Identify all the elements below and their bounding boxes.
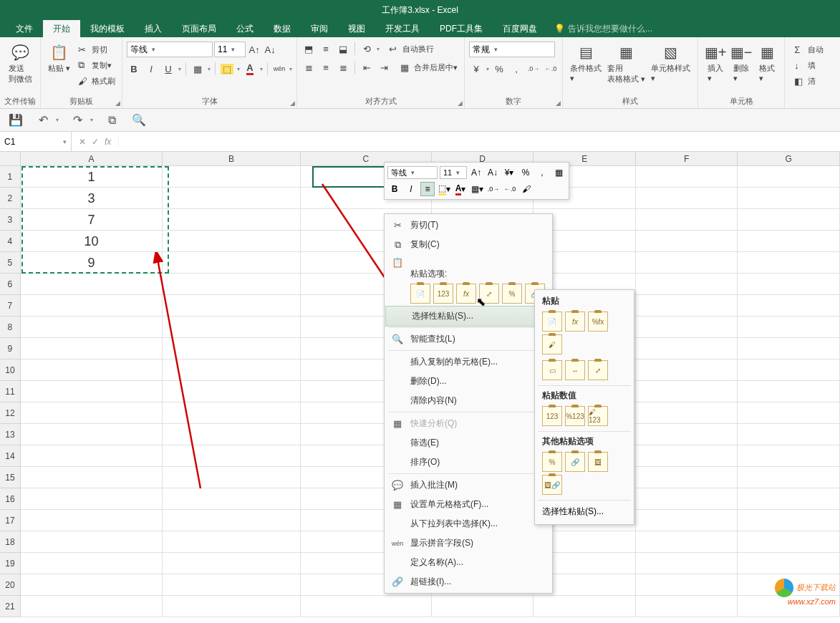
paste-button[interactable]: 📋 粘贴 ▾ bbox=[45, 42, 73, 75]
cell-G8[interactable] bbox=[738, 317, 840, 338]
cut-button[interactable]: ✂剪切 bbox=[76, 43, 117, 56]
mini-format-painter[interactable]: 🖌 bbox=[519, 182, 534, 196]
cell-A8[interactable] bbox=[21, 317, 163, 338]
mini-shrink-icon[interactable]: A↓ bbox=[486, 165, 500, 180]
ctx-smart-lookup[interactable]: 🔍智能查找(L) bbox=[385, 329, 552, 349]
confirm-icon[interactable]: ✓ bbox=[92, 137, 99, 147]
align-bottom-icon[interactable]: ⬓ bbox=[336, 42, 350, 56]
cell-B17[interactable] bbox=[163, 510, 301, 531]
cell-B3[interactable] bbox=[163, 209, 301, 231]
cell-F21[interactable] bbox=[636, 596, 738, 617]
row-header[interactable]: 7 bbox=[0, 295, 21, 317]
select-all-corner[interactable] bbox=[0, 152, 21, 165]
mini-font-name[interactable]: 等线▾ bbox=[387, 166, 438, 179]
cell-F13[interactable] bbox=[636, 424, 738, 445]
cell-F5[interactable] bbox=[636, 252, 738, 274]
cell-F14[interactable] bbox=[636, 445, 738, 467]
sub-other-piclink[interactable]: 🖼🔗 bbox=[542, 475, 562, 495]
cell-A18[interactable] bbox=[21, 531, 163, 553]
italic-button[interactable]: I bbox=[144, 62, 158, 76]
ctx-paste-special[interactable]: 选择性粘贴(S)...▶ bbox=[385, 306, 551, 327]
row-header[interactable]: 6 bbox=[0, 274, 21, 295]
ctx-filter[interactable]: 筛选(E)▶ bbox=[385, 433, 552, 453]
sub-other-pic[interactable]: 🖼 bbox=[588, 452, 608, 472]
tab-pdf[interactable]: PDF工具集 bbox=[430, 20, 493, 37]
pinyin-button[interactable]: wén bbox=[272, 62, 286, 76]
cell-G6[interactable] bbox=[738, 274, 840, 295]
table-format-button[interactable]: ▦套用 表格格式 ▾ bbox=[604, 42, 648, 86]
mini-font-size[interactable]: 11▾ bbox=[440, 166, 467, 179]
cell-G5[interactable] bbox=[738, 252, 840, 274]
align-left-icon[interactable]: ≣ bbox=[301, 60, 316, 74]
cell-F8[interactable] bbox=[636, 317, 738, 338]
cell-A20[interactable] bbox=[21, 574, 163, 596]
mini-border-icon[interactable]: ▦ bbox=[551, 165, 566, 180]
col-header-G[interactable]: G bbox=[738, 152, 840, 165]
col-header-F[interactable]: F bbox=[636, 152, 738, 165]
paste-opt-formatting[interactable]: % bbox=[502, 284, 522, 304]
tab-view[interactable]: 视图 bbox=[338, 20, 375, 37]
delete-cells-button[interactable]: ▦−删除▾ bbox=[728, 42, 754, 84]
ctx-clear[interactable]: 清除内容(N) bbox=[385, 391, 552, 410]
font-shrink-icon[interactable]: A↓ bbox=[263, 42, 277, 57]
row-header[interactable]: 19 bbox=[0, 553, 21, 574]
cell-B7[interactable] bbox=[163, 295, 301, 317]
row-header[interactable]: 5 bbox=[0, 252, 21, 274]
cell-G3[interactable] bbox=[738, 209, 840, 231]
cell-F7[interactable] bbox=[636, 295, 738, 317]
cell-B1[interactable] bbox=[163, 166, 301, 188]
underline-button[interactable]: U bbox=[161, 62, 175, 76]
row-header[interactable]: 8 bbox=[0, 317, 21, 338]
mini-align-center[interactable]: ≡ bbox=[420, 182, 435, 196]
comma-icon[interactable]: , bbox=[509, 62, 523, 76]
cell-G11[interactable] bbox=[738, 381, 840, 402]
cell-A13[interactable] bbox=[21, 424, 163, 445]
align-top-icon[interactable]: ⬒ bbox=[301, 42, 316, 56]
cell-A14[interactable] bbox=[21, 445, 163, 467]
tab-pagelayout[interactable]: 页面布局 bbox=[172, 20, 226, 37]
dec-dec-icon[interactable]: ←.0 bbox=[544, 62, 558, 76]
cell-B12[interactable] bbox=[163, 402, 301, 424]
ctx-delete[interactable]: 删除(D)... bbox=[385, 372, 552, 391]
ctx-copy[interactable]: ⧉复制(C) bbox=[385, 235, 552, 254]
mini-italic[interactable]: I bbox=[404, 182, 418, 196]
fill-button[interactable]: ↓填 bbox=[792, 59, 826, 72]
paste-opt-formulas[interactable]: fx bbox=[456, 284, 476, 304]
cell-F20[interactable] bbox=[636, 574, 738, 596]
cell-A15[interactable] bbox=[21, 467, 163, 488]
cell-F9[interactable] bbox=[636, 338, 738, 359]
indent-inc-icon[interactable]: ⇥ bbox=[377, 60, 391, 74]
cell-G9[interactable] bbox=[738, 338, 840, 359]
cell-A1[interactable]: 1 bbox=[21, 166, 163, 188]
cell-B14[interactable] bbox=[163, 445, 301, 467]
row-header[interactable]: 18 bbox=[0, 531, 21, 553]
dec-inc-icon[interactable]: .0→ bbox=[526, 62, 541, 76]
mini-comma-icon[interactable]: , bbox=[535, 165, 549, 180]
ctx-show-pinyin[interactable]: wén显示拼音字段(S) bbox=[385, 533, 552, 553]
tab-insert[interactable]: 插入 bbox=[135, 20, 172, 37]
tab-home[interactable]: 开始 bbox=[43, 20, 80, 37]
number-format-combo[interactable]: 常规▾ bbox=[469, 42, 555, 57]
cell-G18[interactable] bbox=[738, 531, 840, 553]
sub-paste-all[interactable]: 📄 bbox=[542, 312, 562, 332]
mini-grow-icon[interactable]: A↑ bbox=[469, 165, 483, 180]
tab-file[interactable]: 文件 bbox=[6, 20, 43, 37]
cell-G16[interactable] bbox=[738, 488, 840, 510]
ctx-cut[interactable]: ✂剪切(T) bbox=[385, 216, 552, 235]
cell-B18[interactable] bbox=[163, 531, 301, 553]
cancel-icon[interactable]: ✕ bbox=[79, 137, 86, 147]
cell-A19[interactable] bbox=[21, 553, 163, 574]
sub-paste-colwidth[interactable]: ↔ bbox=[565, 360, 585, 380]
cell-F16[interactable] bbox=[636, 488, 738, 510]
tab-baidu[interactable]: 百度网盘 bbox=[493, 20, 547, 37]
row-header[interactable]: 10 bbox=[0, 359, 21, 381]
align-middle-icon[interactable]: ≡ bbox=[319, 42, 333, 56]
row-header[interactable]: 21 bbox=[0, 596, 21, 617]
cond-format-button[interactable]: ▤条件格式▾ bbox=[567, 42, 604, 84]
cell-G2[interactable] bbox=[738, 188, 840, 209]
cell-D21[interactable] bbox=[432, 596, 534, 617]
tell-me-input[interactable]: 💡 告诉我您想要做什么... bbox=[554, 20, 652, 37]
cell-B2[interactable] bbox=[163, 188, 301, 209]
mini-bold[interactable]: B bbox=[387, 182, 402, 196]
cell-B5[interactable] bbox=[163, 252, 301, 274]
